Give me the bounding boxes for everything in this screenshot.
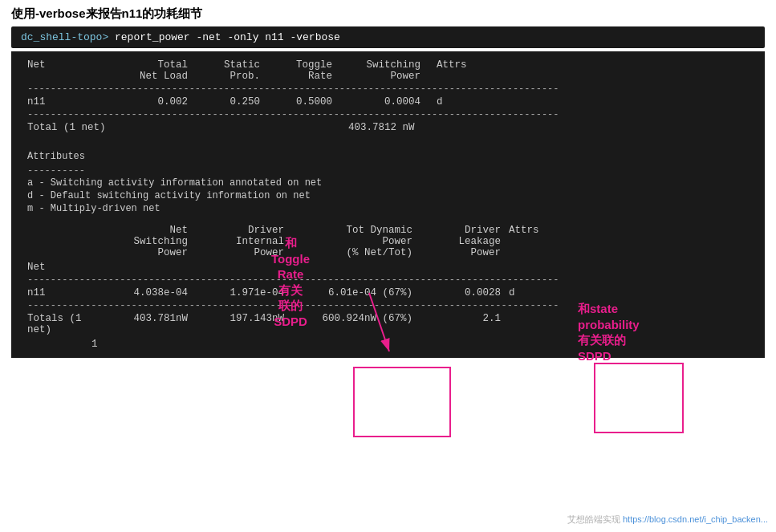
col2-tdp-header: Tot DynamicPower(% Net/Tot): [292, 225, 421, 258]
shell-prompt: dc_shell-topo>: [21, 31, 108, 43]
cell-attrs: d: [437, 96, 501, 108]
page-title: 使用-verbose来报告n11的功耗细节: [0, 0, 776, 26]
total-label: Total (1 net): [27, 122, 348, 133]
col-load-header: TotalNet Load: [124, 59, 204, 82]
t2-totals-nsp: 403.781nW: [91, 313, 196, 335]
t2-totals-dlp: 2.1: [421, 313, 509, 335]
t2-cell-dip: 1.971e-04: [196, 287, 292, 298]
table1-area: Net TotalNet Load StaticProb. ToggleRate…: [11, 51, 765, 358]
attr-item-a: a - Switching activity information annot…: [27, 177, 749, 189]
table2-divider2: ----------------------------------------…: [27, 300, 749, 311]
table1-divider2: ----------------------------------------…: [27, 109, 749, 120]
t2-cell-net: n11: [27, 287, 91, 298]
attr-item-m: m - Multiply-driven net: [27, 202, 749, 215]
table2-row-n11: n11 4.038e-04 1.971e-04 6.01e-04 (67%) 0…: [27, 286, 749, 300]
col-toggle-header: ToggleRate: [276, 59, 348, 82]
total-value: 403.7812 nW: [348, 122, 415, 133]
col2-nsp-header: NetSwitchingPower: [91, 225, 196, 258]
t2-cell-attrs: d: [509, 287, 557, 298]
terminal-command-block: dc_shell-topo> report_power -net -only n…: [11, 26, 765, 48]
col-attrs-header: Attrs: [437, 59, 501, 82]
cell-toggle: 0.5000: [276, 96, 348, 108]
t2-totals-dip: 197.143nW: [196, 313, 292, 335]
attr-title: Attributes: [27, 151, 749, 162]
table1-divider1: ----------------------------------------…: [27, 83, 749, 95]
cell-load: 0.002: [124, 96, 204, 108]
col2-net-label: Net: [27, 262, 91, 273]
col2-dlp-header: DriverLeakagePower: [421, 225, 509, 258]
col2-attrs-header: Attrs: [509, 225, 557, 258]
watermark-link[interactable]: https://blog.csdn.net/i_chip_backen...: [623, 514, 768, 524]
watermark: 艾想皓端实现 https://blog.csdn.net/i_chip_back…: [567, 514, 768, 526]
col-net-header: Net: [27, 59, 124, 82]
command-text: report_power -net -only n11 -verbose: [108, 31, 340, 43]
cell-net: n11: [27, 96, 124, 108]
attr-item-d: d - Default switching activity informati…: [27, 189, 749, 202]
driver-internal-power-box: [353, 367, 451, 437]
driver-leakage-power-box: [594, 363, 684, 433]
table2-totals-note: 1: [27, 337, 749, 351]
t2-cell-tdp: 6.01e-04 (67%): [292, 287, 421, 298]
cell-static: 0.250: [204, 96, 276, 108]
table2-totals-row: Totals (1 net) 403.781nW 197.143nW 600.9…: [27, 311, 749, 337]
table1-header: Net TotalNet Load StaticProb. ToggleRate…: [27, 58, 749, 83]
col-static-header: StaticProb.: [204, 59, 276, 82]
t2-cell-dlp: 0.0028: [421, 287, 509, 298]
t2-cell-nsp: 4.038e-04: [91, 287, 196, 298]
table2-divider1: ----------------------------------------…: [27, 274, 749, 286]
attributes-section: Attributes ---------- a - Switching acti…: [27, 151, 749, 215]
t2-totals-tdp: 600.924nW (67%): [292, 313, 421, 335]
table2-header: NetSwitchingPower DriverInternalPower To…: [27, 223, 749, 260]
table2-net-label-row: Net: [27, 260, 749, 274]
terminal-prompt: dc_shell-topo> report_power -net -only n…: [21, 31, 755, 43]
t2-totals-label: Totals (1 net): [27, 313, 91, 335]
col2-dip-header: DriverInternalPower: [196, 225, 292, 258]
cell-switching: 0.0004: [348, 96, 437, 108]
t2-totals-note: 1: [91, 339, 98, 350]
table1-total-row: Total (1 net) 403.7812 nW: [27, 120, 749, 135]
table1-row-n11: n11 0.002 0.250 0.5000 0.0004 d: [27, 95, 749, 109]
col-switch-header: SwitchingPower: [348, 59, 437, 82]
attr-divider: ----------: [27, 165, 749, 177]
col2-net-header: [27, 225, 91, 258]
